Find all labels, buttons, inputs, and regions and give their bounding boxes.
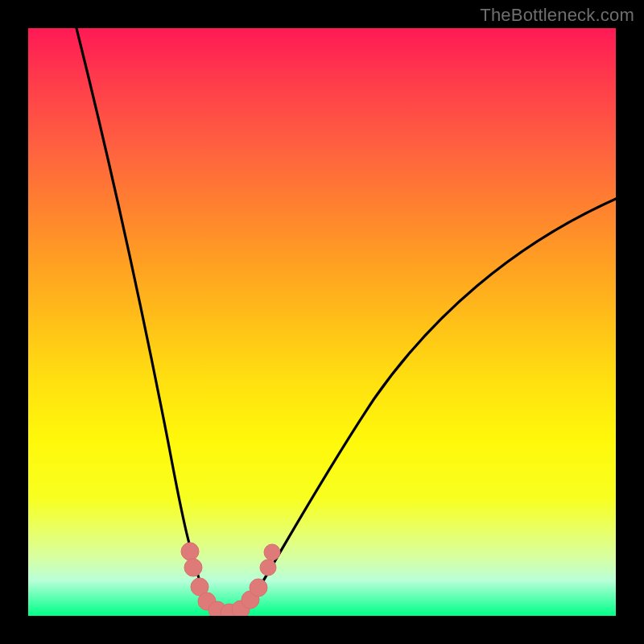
valley-marker-dot (260, 559, 276, 576)
valley-marker-dot (181, 543, 199, 560)
watermark-text: TheBottleneck.com (480, 5, 634, 26)
valley-marker-dot (184, 559, 202, 576)
bottleneck-curve (28, 28, 616, 616)
valley-marker-dot (264, 544, 280, 560)
valley-marker-dot (250, 579, 267, 597)
curve-right-branch (225, 199, 616, 615)
outer-frame: TheBottleneck.com (0, 0, 644, 644)
plot-area (28, 28, 616, 616)
curve-left-branch (76, 28, 225, 615)
